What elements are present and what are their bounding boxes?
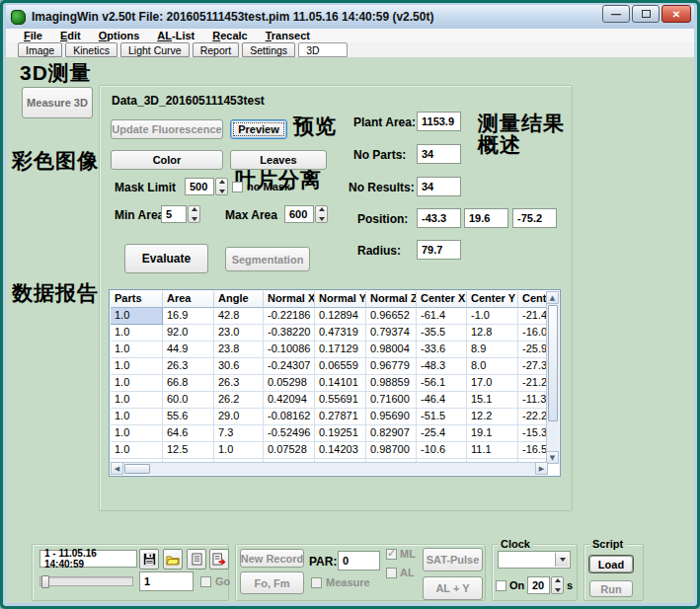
min-area-stepper[interactable] xyxy=(188,205,200,223)
table-cell[interactable]: 30.6 xyxy=(214,358,264,375)
table-cell[interactable]: 7.3 xyxy=(214,425,264,442)
table-cell[interactable]: 0.98004 xyxy=(366,342,417,358)
table-cell[interactable]: 11.1 xyxy=(467,442,518,459)
table-cell[interactable]: 64.6 xyxy=(163,425,214,442)
go-checkbox[interactable] xyxy=(200,576,211,587)
new-record-button[interactable]: New Record xyxy=(240,549,304,568)
mask-limit-input[interactable]: 500 xyxy=(185,178,214,195)
table-cell[interactable]: -51.5 xyxy=(417,409,467,425)
scroll-left-icon[interactable]: ◀ xyxy=(111,462,123,475)
tab-settings[interactable]: Settings xyxy=(242,42,295,57)
table-cell[interactable]: 55.6 xyxy=(163,409,214,425)
table-cell[interactable]: -25.4 xyxy=(417,425,467,442)
record-selector[interactable]: 1 - 11.05.16 14:40:59 xyxy=(39,550,137,568)
color-button[interactable]: Color xyxy=(111,150,223,170)
table-cell[interactable]: 42.8 xyxy=(214,308,264,325)
table-cell[interactable]: 8.9 xyxy=(467,342,518,358)
menu-options[interactable]: Options xyxy=(91,30,148,41)
record-slider-thumb[interactable] xyxy=(41,575,49,588)
table-row[interactable]: 1.060.026.20.420940.556910.71600-46.415.… xyxy=(111,392,548,409)
table-cell[interactable]: 26.2 xyxy=(214,392,264,409)
table-column-header[interactable]: Area xyxy=(163,291,214,308)
menu-al-list[interactable]: AL-List xyxy=(149,30,202,41)
menu-recalc[interactable]: Recalc xyxy=(204,30,255,41)
table-cell[interactable]: 0.79374 xyxy=(366,325,417,342)
table-cell[interactable]: 0.96652 xyxy=(366,308,417,325)
table-cell[interactable]: 0.55691 xyxy=(315,392,366,409)
record-slider[interactable] xyxy=(39,576,133,586)
table-cell[interactable]: -0.52496 xyxy=(264,425,315,442)
leaves-button[interactable]: Leaves xyxy=(230,150,327,170)
table-cell[interactable]: 0.98859 xyxy=(366,375,417,392)
minimize-button[interactable]: — xyxy=(602,5,630,23)
table-cell[interactable]: -0.10086 xyxy=(264,342,315,358)
table-cell[interactable]: 0.96779 xyxy=(366,358,417,375)
table-cell[interactable]: -0.08162 xyxy=(264,409,315,425)
measure-3d-button[interactable]: Measure 3D xyxy=(22,87,93,118)
open-button[interactable] xyxy=(163,549,183,570)
table-cell[interactable]: 12.2 xyxy=(467,409,518,425)
table-cell[interactable]: 16.9 xyxy=(163,308,214,325)
max-area-input[interactable]: 600 xyxy=(284,205,314,223)
table-cell[interactable]: -11.3 xyxy=(518,392,548,409)
table-cell[interactable]: 44.9 xyxy=(163,342,214,358)
table-cell[interactable]: 0.95690 xyxy=(366,409,417,425)
table-row[interactable]: 1.044.923.8-0.100860.171290.98004-33.68.… xyxy=(111,342,548,358)
table-cell[interactable]: 19.1 xyxy=(467,425,518,442)
table-column-header[interactable]: Parts xyxy=(111,291,163,308)
dropdown-button[interactable] xyxy=(555,553,569,567)
table-cell[interactable]: 1.0 xyxy=(111,425,163,442)
sat-pulse-button[interactable]: SAT-Pulse xyxy=(423,548,483,571)
table-cell[interactable]: 0.14203 xyxy=(315,442,366,459)
table-cell[interactable]: 0.06559 xyxy=(315,358,366,375)
clock-on-checkbox[interactable] xyxy=(496,580,506,591)
table-cell[interactable]: -48.3 xyxy=(417,358,467,375)
table-column-header[interactable]: Normal Z xyxy=(366,291,417,308)
table-cell[interactable]: 17.0 xyxy=(467,375,518,392)
table-cell[interactable]: 92.0 xyxy=(163,325,214,342)
table-column-header[interactable]: Normal Y xyxy=(315,291,366,308)
horizontal-scroll-thumb[interactable] xyxy=(124,464,150,474)
table-cell[interactable]: -33.6 xyxy=(417,342,467,358)
table-cell[interactable]: 29.0 xyxy=(214,409,264,425)
table-cell[interactable]: 1.0 xyxy=(111,442,163,459)
min-area-input[interactable]: 5 xyxy=(161,205,187,223)
vertical-scroll-thumb[interactable] xyxy=(548,305,558,421)
record-index-input[interactable]: 1 xyxy=(139,571,194,591)
table-cell[interactable]: 23.0 xyxy=(214,325,264,342)
table-vertical-scrollbar[interactable]: ▲ ▼ xyxy=(546,291,559,464)
table-cell[interactable]: 1.0 xyxy=(111,375,163,392)
table-cell[interactable]: 0.27871 xyxy=(315,409,366,425)
script-run-button[interactable]: Run xyxy=(589,580,633,597)
table-cell[interactable]: 12.5 xyxy=(163,442,214,459)
table-row[interactable]: 1.064.67.3-0.524960.192510.82907-25.419.… xyxy=(111,425,548,442)
table-cell[interactable]: 26.3 xyxy=(214,375,264,392)
table-cell[interactable]: 0.19251 xyxy=(315,425,366,442)
table-row[interactable]: 1.016.942.8-0.221860.128940.96652-61.4-1… xyxy=(111,308,548,325)
no-mask-checkbox[interactable] xyxy=(232,182,243,192)
table-cell[interactable]: 0.17129 xyxy=(315,342,366,358)
table-row[interactable]: 1.012.51.00.075280.142030.98700-10.611.1… xyxy=(111,442,548,459)
scroll-right-icon[interactable]: ▶ xyxy=(535,462,548,475)
al-y-button[interactable]: AL + Y xyxy=(423,576,483,600)
table-cell[interactable]: 1.0 xyxy=(111,325,163,342)
max-area-stepper[interactable] xyxy=(315,205,328,223)
table-column-header[interactable]: Center Z xyxy=(518,291,548,308)
table-cell[interactable]: 1.0 xyxy=(111,342,163,358)
menu-transect[interactable]: Transect xyxy=(258,30,318,41)
table-row[interactable]: 1.092.023.0-0.382200.473190.79374-35.512… xyxy=(111,325,548,342)
table-column-header[interactable]: Center X xyxy=(417,291,467,308)
table-cell[interactable]: -10.6 xyxy=(417,442,467,459)
clock-interval-stepper[interactable] xyxy=(551,576,564,594)
table-cell[interactable]: -35.5 xyxy=(417,325,467,342)
table-cell[interactable]: -22.2 xyxy=(518,409,548,425)
fo-fm-button[interactable]: Fo, Fm xyxy=(240,571,304,594)
table-cell[interactable]: 26.3 xyxy=(163,358,214,375)
segmentation-button[interactable]: Segmentation xyxy=(225,247,310,271)
tab-light-curve[interactable]: Light Curve xyxy=(120,42,190,57)
table-column-header[interactable]: Angle xyxy=(214,291,264,308)
menu-file[interactable]: File xyxy=(16,30,50,41)
table-cell[interactable]: 12.8 xyxy=(467,325,518,342)
table-cell[interactable]: 0.12894 xyxy=(315,308,366,325)
table-cell[interactable]: 1.0 xyxy=(111,409,163,425)
